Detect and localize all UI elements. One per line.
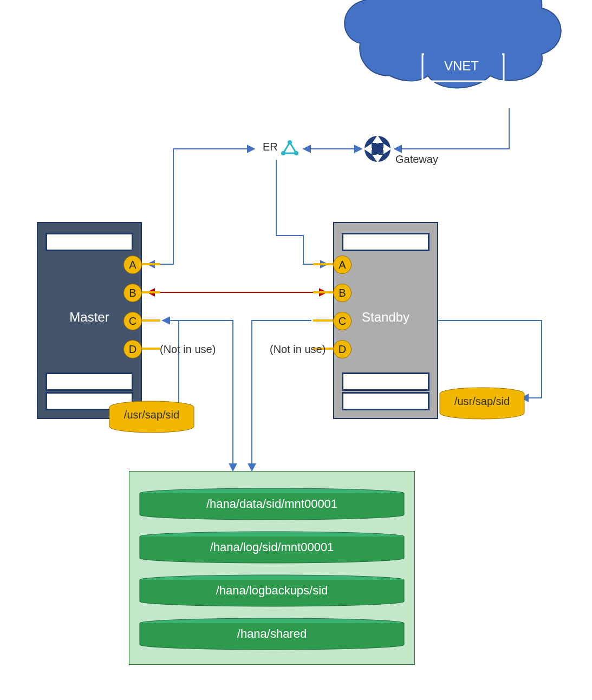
- master-port-b: B: [123, 284, 142, 302]
- master-port-a: A: [123, 256, 142, 274]
- nfs-volume-label: /hana/log/sid/mnt00001: [139, 540, 405, 554]
- arrow-er-master-a: [147, 149, 255, 264]
- standby-port-b: B: [333, 284, 352, 302]
- standby-top-slot: [342, 233, 430, 251]
- nfs-volume: /hana/shared: [139, 618, 405, 650]
- standby-port-a: A: [333, 256, 352, 274]
- vnet-cloud: [344, 0, 561, 88]
- master-bottom-slot-1: [45, 372, 133, 391]
- nfs-volume-label: /hana/data/sid/mnt00001: [139, 497, 405, 511]
- master-local-disk: /usr/sap/sid: [108, 401, 195, 433]
- er-icon: [281, 140, 298, 155]
- master-port-d: D: [123, 340, 142, 358]
- master-port-c: C: [123, 312, 142, 330]
- nfs-volume: /hana/data/sid/mnt00001: [139, 488, 405, 520]
- nfs-group: /hana/data/sid/mnt00001 /hana/log/sid/mn…: [129, 471, 415, 665]
- master-d-note: (Not in use): [160, 343, 216, 356]
- arrow-vnet-gateway: [394, 108, 509, 149]
- svg-point-2: [294, 151, 298, 155]
- master-disk-label: /usr/sap/sid: [108, 409, 195, 421]
- gateway-label: Gateway: [395, 153, 438, 166]
- standby-port-d: D: [333, 340, 352, 358]
- standby-d-note: (Not in use): [270, 343, 326, 356]
- arrow-er-standby-a: [276, 160, 328, 264]
- nfs-volume-label: /hana/logbackups/sid: [139, 584, 405, 598]
- standby-port-c: C: [333, 312, 352, 330]
- svg-point-0: [288, 140, 292, 145]
- svg-point-1: [281, 151, 285, 155]
- standby-local-disk: /usr/sap/sid: [439, 387, 525, 420]
- nfs-volume: /hana/log/sid/mnt00001: [139, 531, 405, 564]
- standby-disk-label: /usr/sap/sid: [439, 395, 525, 408]
- standby-bottom-slot-2: [342, 392, 430, 410]
- standby-bottom-slot-1: [342, 372, 430, 391]
- nfs-volume: /hana/logbackups/sid: [139, 574, 405, 607]
- er-label: ER: [263, 141, 278, 153]
- arrow-master-c-localdisk: [162, 320, 191, 411]
- nfs-volume-label: /hana/shared: [139, 627, 405, 641]
- master-top-slot: [45, 233, 133, 251]
- vnet-label: VNET: [444, 58, 479, 74]
